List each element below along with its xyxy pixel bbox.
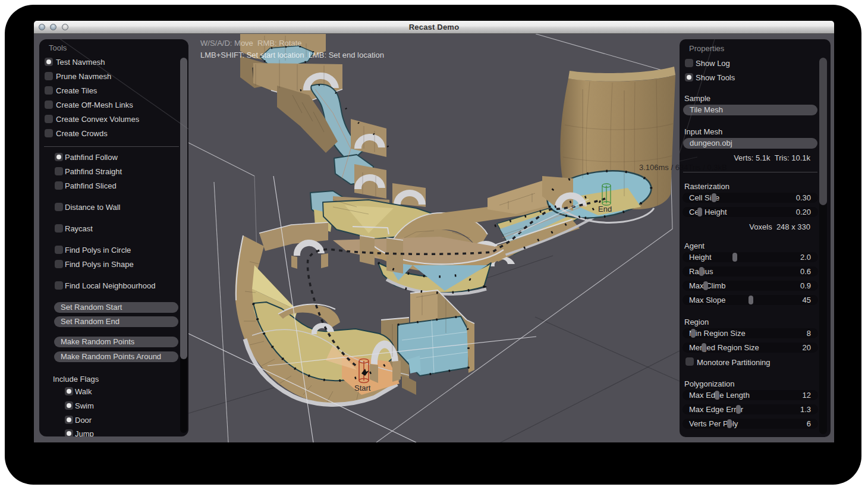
svg-text:End: End [598, 205, 612, 213]
svg-text:Start: Start [354, 384, 371, 392]
